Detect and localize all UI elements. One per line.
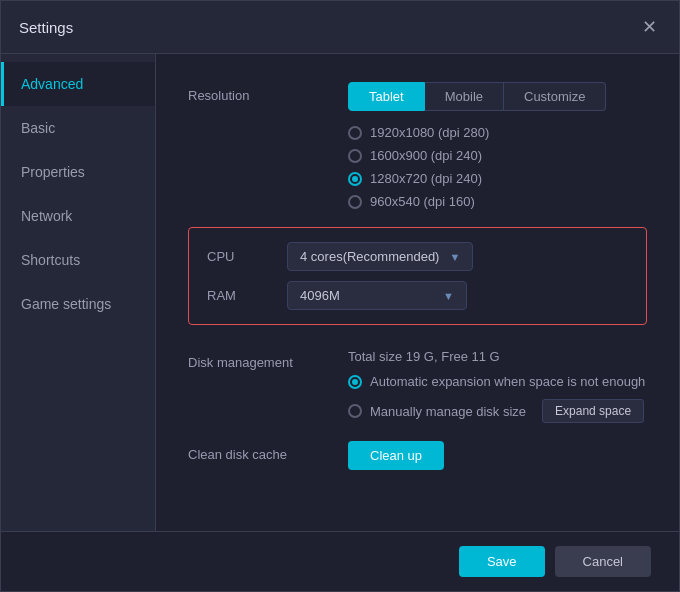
disk-radio-group: Automatic expansion when space is not en… xyxy=(348,374,647,423)
cpu-value: 4 cores(Recommended) xyxy=(300,249,439,264)
radio-circle-1920 xyxy=(348,126,362,140)
cpu-arrow-icon: ▼ xyxy=(449,251,460,263)
clean-disk-label: Clean disk cache xyxy=(188,441,348,462)
disk-auto-label: Automatic expansion when space is not en… xyxy=(370,374,645,389)
tab-customize[interactable]: Customize xyxy=(504,82,606,111)
footer: Save Cancel xyxy=(1,531,679,591)
resolution-label-1600: 1600x900 (dpi 240) xyxy=(370,148,482,163)
ram-arrow-icon: ▼ xyxy=(443,290,454,302)
sidebar-item-network[interactable]: Network xyxy=(1,194,155,238)
tab-mobile[interactable]: Mobile xyxy=(425,82,504,111)
resolution-tab-group: Tablet Mobile Customize xyxy=(348,82,647,111)
disk-radio-manual xyxy=(348,404,362,418)
resolution-option-1600[interactable]: 1600x900 (dpi 240) xyxy=(348,148,647,163)
radio-circle-1600 xyxy=(348,149,362,163)
disk-manual-label: Manually manage disk size xyxy=(370,404,526,419)
resolution-content: Tablet Mobile Customize 1920x1080 (dpi 2… xyxy=(348,82,647,209)
cancel-button[interactable]: Cancel xyxy=(555,546,651,577)
expand-space-button[interactable]: Expand space xyxy=(542,399,644,423)
resolution-label-1920: 1920x1080 (dpi 280) xyxy=(370,125,489,140)
radio-circle-960 xyxy=(348,195,362,209)
tab-tablet[interactable]: Tablet xyxy=(348,82,425,111)
clean-disk-row: Clean disk cache Clean up xyxy=(188,441,647,470)
cpu-row: CPU 4 cores(Recommended) ▼ xyxy=(207,242,628,271)
cpu-ram-box: CPU 4 cores(Recommended) ▼ RAM 4096M ▼ xyxy=(188,227,647,325)
disk-management-label: Disk management xyxy=(188,349,348,370)
ram-row: RAM 4096M ▼ xyxy=(207,281,628,310)
ram-value: 4096M xyxy=(300,288,340,303)
sidebar-item-game-settings[interactable]: Game settings xyxy=(1,282,155,326)
resolution-option-1920[interactable]: 1920x1080 (dpi 280) xyxy=(348,125,647,140)
sidebar-item-shortcuts[interactable]: Shortcuts xyxy=(1,238,155,282)
clean-up-button[interactable]: Clean up xyxy=(348,441,444,470)
resolution-option-1280[interactable]: 1280x720 (dpi 240) xyxy=(348,171,647,186)
sidebar-item-advanced[interactable]: Advanced xyxy=(1,62,155,106)
dialog-title: Settings xyxy=(19,19,73,36)
ram-label: RAM xyxy=(207,288,287,303)
disk-option-manual[interactable]: Manually manage disk size Expand space xyxy=(348,399,647,423)
close-button[interactable]: ✕ xyxy=(637,15,661,39)
sidebar: Advanced Basic Properties Network Shortc… xyxy=(1,54,156,531)
resolution-label-1280: 1280x720 (dpi 240) xyxy=(370,171,482,186)
sidebar-item-properties[interactable]: Properties xyxy=(1,150,155,194)
resolution-option-960[interactable]: 960x540 (dpi 160) xyxy=(348,194,647,209)
disk-radio-auto xyxy=(348,375,362,389)
resolution-label: Resolution xyxy=(188,82,348,103)
title-bar: Settings ✕ xyxy=(1,1,679,54)
dialog-body: Advanced Basic Properties Network Shortc… xyxy=(1,54,679,531)
ram-select[interactable]: 4096M ▼ xyxy=(287,281,467,310)
resolution-radio-group: 1920x1080 (dpi 280) 1600x900 (dpi 240) 1… xyxy=(348,125,647,209)
main-content: Resolution Tablet Mobile Customize 1920x… xyxy=(156,54,679,531)
clean-disk-content: Clean up xyxy=(348,441,647,470)
resolution-row: Resolution Tablet Mobile Customize 1920x… xyxy=(188,82,647,209)
disk-management-row: Disk management Total size 19 G, Free 11… xyxy=(188,349,647,423)
cpu-select[interactable]: 4 cores(Recommended) ▼ xyxy=(287,242,473,271)
radio-circle-1280 xyxy=(348,172,362,186)
settings-dialog: Settings ✕ Advanced Basic Properties Net… xyxy=(0,0,680,592)
sidebar-item-basic[interactable]: Basic xyxy=(1,106,155,150)
resolution-label-960: 960x540 (dpi 160) xyxy=(370,194,475,209)
disk-info: Total size 19 G, Free 11 G xyxy=(348,349,647,364)
disk-option-auto[interactable]: Automatic expansion when space is not en… xyxy=(348,374,647,389)
save-button[interactable]: Save xyxy=(459,546,545,577)
disk-management-content: Total size 19 G, Free 11 G Automatic exp… xyxy=(348,349,647,423)
cpu-label: CPU xyxy=(207,249,287,264)
